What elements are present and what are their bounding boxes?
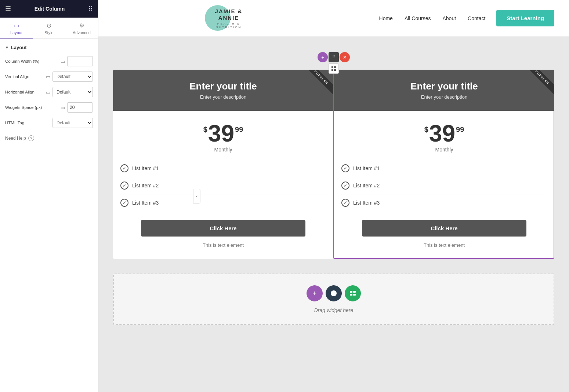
- column-table-icon[interactable]: [329, 63, 339, 74]
- panel-title: Edit Column: [35, 6, 65, 12]
- list-item-label: List Item #2: [353, 183, 380, 188]
- delete-column-button[interactable]: ✕: [340, 52, 350, 62]
- html-tag-row: HTML Tag Default div section article: [5, 118, 93, 128]
- widgets-space-input[interactable]: [67, 102, 93, 113]
- svg-rect-5: [350, 291, 352, 293]
- drag-widget-section: + Drag widget here: [106, 266, 562, 332]
- column-width-row: Column Width (%) ▭: [5, 56, 93, 66]
- nav-home[interactable]: Home: [379, 15, 393, 21]
- card-2-cents: 99: [456, 125, 464, 134]
- svg-rect-7: [350, 294, 352, 296]
- collapse-arrow-icon[interactable]: ▼: [5, 45, 9, 50]
- card-1-cta-button[interactable]: Click Here: [141, 220, 305, 237]
- svg-rect-8: [353, 294, 356, 296]
- panel-content: ▼ Layout Column Width (%) ▭ Vertical Ali…: [0, 39, 98, 392]
- html-tag-select[interactable]: Default div section article: [52, 118, 93, 128]
- check-icon: ✓: [341, 182, 349, 190]
- horizontal-align-select[interactable]: Default Left Center Right: [52, 87, 93, 97]
- collapse-panel-button[interactable]: ‹: [193, 189, 200, 204]
- card-2-cta-button[interactable]: Click Here: [362, 220, 526, 237]
- vertical-align-select[interactable]: Default Top Middle Bottom: [52, 72, 93, 82]
- list-item: ✓ List Item #3: [341, 194, 547, 211]
- list-item-label: List Item #3: [132, 200, 159, 206]
- nav-links: Home All Courses About Contact: [379, 15, 486, 21]
- svg-rect-0: [331, 66, 333, 68]
- style-icon: ⊙: [47, 22, 51, 29]
- main-canvas: JAMIE & ANNIE HEALTH & NUTRITION Home Al…: [98, 0, 569, 392]
- horizontal-align-responsive-icon[interactable]: ▭: [46, 89, 50, 95]
- column-toolbar: + ⠿ ✕: [318, 52, 350, 62]
- list-item-label: List Item #3: [353, 200, 380, 206]
- pricing-row: Enter your title Enter your description …: [113, 70, 554, 259]
- nav-about[interactable]: About: [442, 15, 456, 21]
- check-icon: ✓: [341, 199, 349, 207]
- card-2-header: Enter your title Enter your description …: [334, 70, 554, 111]
- list-item: ✓ List Item #3: [120, 194, 326, 211]
- card-2-body: $ 39 99 Monthly ✓ List Item #1: [334, 111, 554, 259]
- tab-layout-label: Layout: [10, 30, 22, 35]
- list-item-label: List Item #1: [132, 165, 159, 171]
- card-2-popular-badge: POPULAR: [526, 70, 554, 94]
- drag-icons-row: +: [307, 285, 361, 301]
- vertical-align-row: Vertical Align ▭ Default Top Middle Bott…: [5, 72, 93, 82]
- add-widget-icon[interactable]: +: [307, 285, 323, 301]
- check-icon: ✓: [120, 199, 128, 207]
- start-learning-button[interactable]: Start Learning: [496, 10, 554, 26]
- card-1-dollar: $: [203, 125, 207, 134]
- card-2-title: Enter your title: [341, 81, 547, 92]
- svg-rect-3: [334, 69, 336, 71]
- left-panel: ☰ Edit Column ⠿ ▭ Layout ⊙ Style ⚙ Advan…: [0, 0, 98, 392]
- card-1-cents: 99: [235, 125, 243, 134]
- column-width-label: Column Width (%): [5, 59, 58, 63]
- advanced-icon: ⚙: [79, 22, 84, 29]
- tab-layout[interactable]: ▭ Layout: [0, 18, 33, 39]
- card-1-period: Monthly: [120, 147, 326, 153]
- vertical-align-label: Vertical Align: [5, 74, 44, 79]
- list-item: ✓ List Item #1: [120, 160, 326, 177]
- drag-widget-box: + Drag widget here: [113, 274, 554, 325]
- column-width-input[interactable]: [67, 56, 93, 66]
- section-title: Layout: [11, 45, 27, 50]
- nav-all-courses[interactable]: All Courses: [405, 15, 431, 21]
- list-item: ✓ List Item #2: [120, 177, 326, 194]
- need-help-text: Need Help: [5, 136, 26, 141]
- card-1-footer-text: This is text element: [120, 242, 326, 248]
- widget-type-icon[interactable]: [345, 285, 361, 301]
- grid-icon[interactable]: ⠿: [88, 5, 93, 13]
- horizontal-align-label: Horizontal Align: [5, 90, 44, 94]
- card-1-header: Enter your title Enter your description …: [113, 70, 333, 111]
- drag-column-handle[interactable]: ⠿: [329, 52, 339, 62]
- drag-widget-label: Drag widget here: [314, 307, 354, 313]
- site-navbar: JAMIE & ANNIE HEALTH & NUTRITION Home Al…: [98, 0, 569, 37]
- vertical-align-responsive-icon[interactable]: ▭: [46, 74, 50, 80]
- pricing-card-2: Enter your title Enter your description …: [333, 70, 554, 259]
- card-2-list: ✓ List Item #1 ✓ List Item #2 ✓ List Ite…: [341, 160, 547, 211]
- widgets-space-label: Widgets Space (px): [5, 105, 58, 110]
- tab-advanced[interactable]: ⚙ Advanced: [65, 18, 98, 39]
- tab-style-label: Style: [44, 30, 53, 35]
- pricing-card-1: Enter your title Enter your description …: [113, 70, 333, 259]
- layout-section-header: ▼ Layout: [5, 45, 93, 50]
- card-2-price: $ 39 99: [341, 122, 547, 145]
- need-help-row[interactable]: Need Help ?: [5, 135, 93, 141]
- layout-icon: ▭: [14, 22, 19, 29]
- column-width-responsive-icon[interactable]: ▭: [61, 59, 65, 64]
- hamburger-icon[interactable]: ☰: [5, 5, 11, 13]
- add-column-button[interactable]: +: [318, 52, 328, 62]
- card-2-price-main: 39: [429, 122, 455, 145]
- card-1-body: $ 39 99 Monthly ✓ List Item #1: [113, 111, 333, 259]
- card-1-list: ✓ List Item #1 ✓ List Item #2 ✓ List Ite…: [120, 160, 326, 211]
- help-icon[interactable]: ?: [28, 135, 34, 141]
- list-item: ✓ List Item #2: [341, 177, 547, 194]
- nav-contact[interactable]: Contact: [468, 15, 485, 21]
- svg-point-4: [331, 290, 337, 296]
- widgets-space-responsive-icon[interactable]: ▭: [61, 105, 65, 110]
- card-1-description: Enter your description: [120, 94, 326, 100]
- card-2-description: Enter your description: [341, 94, 547, 100]
- tab-style[interactable]: ⊙ Style: [33, 18, 65, 39]
- list-item-label: List Item #2: [132, 183, 159, 188]
- widget-folder-icon[interactable]: [326, 285, 342, 301]
- card-1-price-main: 39: [208, 122, 234, 145]
- check-icon: ✓: [120, 164, 128, 172]
- widgets-space-row: Widgets Space (px) ▭: [5, 102, 93, 113]
